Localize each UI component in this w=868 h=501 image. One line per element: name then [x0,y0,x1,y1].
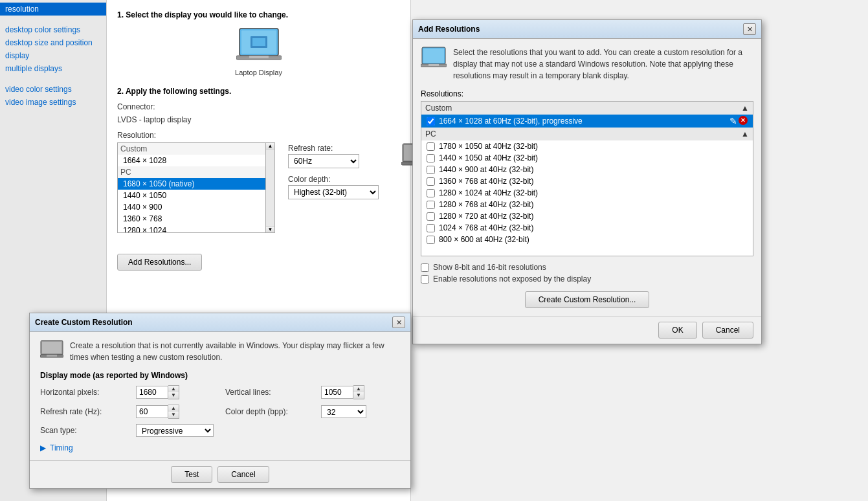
pc-res-checkbox-0[interactable] [427,142,435,151]
custom-group-header[interactable]: Custom ▲ [421,102,753,115]
pc-res-item-5[interactable]: 1280 × 768 at 40Hz (32-bit) [421,199,753,210]
field-grid: Horizontal pixels: ▲ ▼ Vertical lines: ▲… [40,385,400,437]
pc-res-item-3[interactable]: 1360 × 768 at 40Hz (32-bit) [421,175,753,187]
pc-group-header[interactable]: PC ▲ [421,128,753,140]
edit-icon[interactable]: ✎ [729,116,737,126]
create-res-dialog-close[interactable]: ✕ [392,317,405,328]
res-item-1440x1050[interactable]: 1440 × 1050 [118,190,265,201]
res-item-custom[interactable]: 1664 × 1028 [118,155,265,166]
res-item-1440x900[interactable]: 1440 × 900 [118,201,265,213]
custom-res-item[interactable]: 1664 × 1028 at 60Hz (32-bit), progressiv… [421,115,753,128]
refresh-up[interactable]: ▲ [168,405,179,412]
pc-res-item-2[interactable]: 1440 × 900 at 40Hz (32-bit) [421,164,753,175]
connector-row: Connector: [117,102,400,111]
sidebar-item-resolution[interactable]: resolution [0,3,106,16]
add-res-cancel-button[interactable]: Cancel [702,322,753,339]
add-res-dialog-close[interactable]: ✕ [743,23,756,35]
add-res-dialog-titlebar: Add Resolutions ✕ [413,20,761,39]
pc-res-item-1[interactable]: 1440 × 1050 at 40Hz (32-bit) [421,152,753,164]
vlines-input[interactable] [321,386,353,399]
step1-title: 1. Select the display you would like to … [117,10,400,19]
vlines-label: Vertical lines: [225,388,316,397]
pc-group-label: PC [118,166,265,178]
pc-res-checkbox-7[interactable] [427,224,435,232]
enable-not-exposed-checkbox[interactable] [421,275,429,284]
custom-group-label: Custom [118,143,265,155]
sidebar-item-desktop-color[interactable]: desktop color settings [0,23,106,36]
res-item-1280x1024[interactable]: 1280 × 1024 [118,225,265,233]
vlines-row: Vertical lines: ▲ ▼ [225,385,400,399]
refresh-label: Refresh rate: [288,144,379,153]
hpixels-down[interactable]: ▼ [168,392,179,399]
scan-type-select[interactable]: Progressive Interlaced [136,424,214,437]
test-button[interactable]: Test [171,466,212,483]
vlines-down[interactable]: ▼ [353,392,364,399]
svg-rect-10 [423,49,444,63]
pc-res-item-8[interactable]: 800 × 600 at 40Hz (32-bit) [421,234,753,245]
add-resolutions-dialog: Add Resolutions ✕ Select the resolutions… [412,19,762,344]
pc-res-item-4[interactable]: 1280 × 1024 at 40Hz (32-bit) [421,187,753,199]
dialog-checkboxes: Show 8-bit and 16-bit resolutions Enable… [421,263,753,284]
pc-res-checkbox-6[interactable] [427,212,435,221]
color-depth-select[interactable]: Highest (32-bit) Medium (16-bit) Low (8-… [288,185,379,199]
connector-label: Connector: [117,102,155,111]
pc-res-item-0[interactable]: 1780 × 1050 at 40Hz (32-bit) [421,140,753,152]
add-res-ok-button[interactable]: OK [658,322,696,339]
svg-rect-12 [428,64,439,66]
delete-icon[interactable]: ✕ [739,116,748,125]
resolutions-label: Resolutions: [421,89,753,98]
sidebar-item-multiple-displays[interactable]: multiple displays [0,62,106,75]
color-depth-bpp-select[interactable]: 32 16 8 [321,405,366,418]
show-8bit-row[interactable]: Show 8-bit and 16-bit resolutions [421,263,753,272]
hpixels-up[interactable]: ▲ [168,386,179,392]
sidebar-item-video-color[interactable]: video color settings [0,83,106,96]
refresh-rate-select[interactable]: 60Hz 59Hz 50Hz [288,154,359,168]
add-res-info-text: Select the resolutions that you want to … [453,47,753,82]
resolutions-dialog-listbox[interactable]: Custom ▲ 1664 × 1028 at 60Hz (32-bit), p… [421,101,753,256]
pc-res-checkbox-1[interactable] [427,154,435,162]
create-res-cancel-button[interactable]: Cancel [217,466,269,483]
show-8bit-checkbox[interactable] [421,263,429,272]
enable-not-exposed-row[interactable]: Enable resolutions not exposed by the di… [421,274,753,284]
refresh-spinbox[interactable]: ▲ ▼ [136,405,179,419]
create-res-monitor-icon [40,340,63,359]
resolution-listbox[interactable]: Custom 1664 × 1028 PC 1680 × 1050 (nativ… [117,142,266,233]
create-custom-res-button[interactable]: Create Custom Resolution... [525,291,650,308]
refresh-input[interactable] [136,405,168,418]
pc-res-checkbox-2[interactable] [427,166,435,174]
res-item-native[interactable]: 1680 × 1050 (native) [118,178,265,190]
hpixels-spinbox[interactable]: ▲ ▼ [136,385,179,399]
step2-title: 2. Apply the following settings. [117,87,400,96]
refresh-down[interactable]: ▼ [168,412,179,418]
color-depth-bpp-label: Color depth (bpp): [225,407,316,416]
laptop-display-icon[interactable] [236,27,282,66]
pc-res-checkbox-4[interactable] [427,189,435,197]
scan-type-row: Scan type: Progressive Interlaced [40,424,215,437]
custom-res-label: 1664 × 1028 at 60Hz (32-bit), progressiv… [439,117,583,126]
res-scroll-up[interactable]: ▲ [266,143,274,150]
timing-chevron-icon: ▶ [40,443,46,452]
pc-res-checkbox-8[interactable] [427,236,435,244]
res-item-1360x768[interactable]: 1360 × 768 [118,213,265,225]
svg-rect-14 [42,342,61,353]
timing-row[interactable]: ▶ Timing [40,443,400,452]
sidebar-item-desktop-size[interactable]: desktop size and position [0,36,106,49]
connector-value: LVDS - laptop display [117,115,192,124]
sidebar-item-video-image[interactable]: video image settings [0,96,106,109]
timing-label: Timing [50,443,73,452]
custom-res-checkbox[interactable] [427,117,435,126]
vlines-up[interactable]: ▲ [353,386,364,392]
svg-rect-3 [249,56,269,58]
hpixels-input[interactable] [136,386,168,399]
color-depth-label: Color depth: [288,175,379,184]
sidebar-item-display[interactable]: display [0,49,106,62]
pc-res-item-7[interactable]: 1024 × 768 at 40Hz (32-bit) [421,222,753,234]
pc-res-item-6[interactable]: 1280 × 720 at 40Hz (32-bit) [421,210,753,222]
add-resolutions-button[interactable]: Add Resolutions... [117,254,202,271]
svg-rect-16 [47,355,57,357]
add-res-info-row: Select the resolutions that you want to … [421,47,753,82]
vlines-spinbox[interactable]: ▲ ▼ [321,385,364,399]
pc-res-checkbox-3[interactable] [427,177,435,186]
res-scroll-down[interactable]: ▼ [266,226,274,232]
pc-res-checkbox-5[interactable] [427,201,435,209]
